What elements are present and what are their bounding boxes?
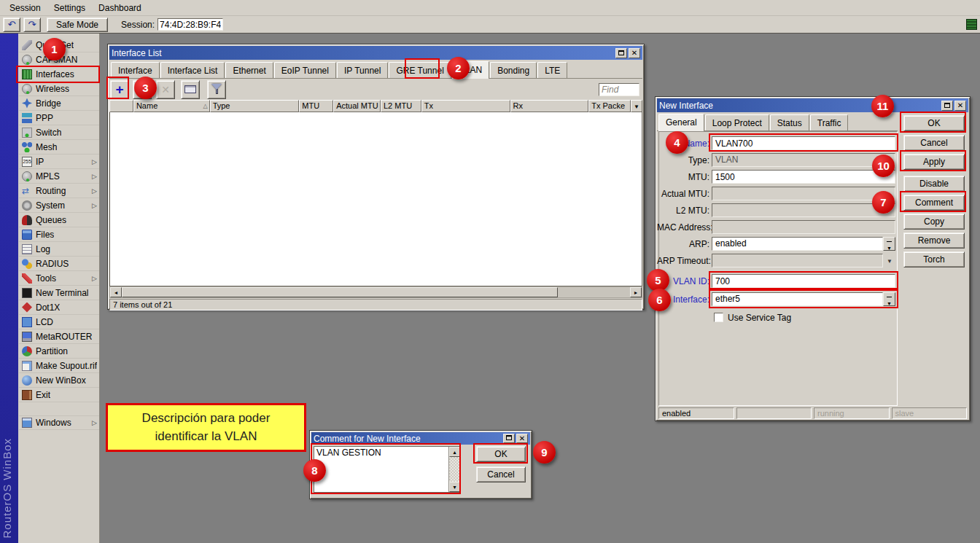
close-button[interactable]: ✕	[516, 434, 528, 443]
column-mtu[interactable]: MTU	[299, 100, 333, 112]
column-selector[interactable]	[109, 100, 133, 112]
comment-button[interactable]: Comment	[903, 195, 965, 211]
menu-settings[interactable]: Settings	[47, 1, 92, 15]
column-actual-mtu[interactable]: Actual MTU	[333, 100, 381, 112]
name-input[interactable]	[712, 136, 895, 150]
tab-lte[interactable]: LTE	[537, 62, 567, 78]
mtu-input[interactable]	[712, 170, 895, 184]
safe-mode-button[interactable]: Safe Mode	[47, 17, 108, 32]
tab-gre-tunnel[interactable]: GRE Tunnel	[389, 62, 451, 78]
use-service-tag-checkbox[interactable]	[714, 313, 723, 322]
scroll-up-button[interactable]: ▴	[449, 447, 460, 457]
remove-button[interactable]: Remove	[903, 233, 965, 249]
session-field[interactable]	[158, 18, 223, 31]
sidebar-item-log[interactable]: Log	[19, 242, 99, 257]
maximize-button[interactable]	[615, 48, 627, 58]
menu-session[interactable]: Session	[3, 1, 47, 15]
cross-icon: ✕	[161, 84, 170, 95]
vertical-scrollbar[interactable]: ▴ ▾	[448, 447, 460, 492]
find-input[interactable]	[599, 83, 639, 96]
sidebar-item-system[interactable]: System▷	[19, 198, 99, 213]
comment-ok-button[interactable]: OK	[476, 446, 526, 462]
horizontal-scrollbar[interactable]: ◂ ▸	[109, 286, 642, 298]
interface-list-tabstrip: Interface Interface List Ethernet EoIP T…	[109, 60, 642, 79]
sidebar-item-label: Make Supout.rif	[36, 361, 97, 371]
close-button[interactable]: ✕	[629, 48, 640, 58]
column-menu-button[interactable]: ▼	[631, 100, 642, 112]
tab-interface-list[interactable]: Interface List	[160, 62, 225, 78]
tab-ethernet[interactable]: Ethernet	[225, 62, 273, 78]
maximize-icon	[618, 50, 624, 55]
interface-list-titlebar[interactable]: Interface List ✕	[109, 46, 642, 60]
tab-bonding[interactable]: Bonding	[490, 62, 537, 78]
sidebar-item-metarouter[interactable]: MetaROUTER	[19, 329, 99, 344]
sidebar-item-mesh[interactable]: Mesh	[19, 140, 99, 155]
arp-dropdown-button[interactable]: ▼	[883, 237, 895, 251]
column-name[interactable]: Name△	[133, 100, 210, 112]
disable-button[interactable]: Disable	[903, 176, 965, 192]
sidebar-item-windows[interactable]: Windows▷	[19, 415, 99, 430]
tab-loop-protect[interactable]: Loop Protect	[705, 114, 769, 130]
column-type[interactable]: Type	[210, 100, 300, 112]
tab-traffic[interactable]: Traffic	[810, 114, 849, 130]
maximize-button[interactable]	[503, 434, 515, 443]
sidebar-item-queues[interactable]: Queues	[19, 213, 99, 227]
tab-ip-tunnel[interactable]: IP Tunnel	[337, 62, 388, 78]
sidebar-item-switch[interactable]: Switch	[19, 125, 99, 140]
sidebar-item-new-winbox[interactable]: New WinBox	[19, 373, 99, 388]
sidebar-item-make-supout[interactable]: Make Supout.rif	[19, 359, 99, 373]
interface-dropdown-button[interactable]: ▼	[883, 292, 895, 306]
sidebar-item-routing[interactable]: Routing▷	[19, 184, 99, 198]
disable-button[interactable]: ✕	[156, 80, 175, 99]
sidebar-item-dot1x[interactable]: Dot1X	[19, 300, 99, 315]
new-interface-titlebar[interactable]: New Interface ✕	[657, 98, 968, 112]
apply-button[interactable]: Apply	[903, 154, 965, 170]
sidebar-item-wireless[interactable]: Wireless	[19, 82, 99, 96]
scrollbar-track[interactable]	[558, 287, 630, 297]
sidebar-item-bridge[interactable]: Bridge	[19, 96, 99, 111]
table-body[interactable]	[109, 112, 642, 286]
sidebar-item-partition[interactable]: Partition	[19, 344, 99, 359]
torch-button[interactable]: Torch	[903, 251, 965, 267]
column-tx[interactable]: Tx	[421, 100, 510, 112]
copy-button[interactable]: Copy	[903, 214, 965, 230]
comment-cancel-button[interactable]: Cancel	[476, 466, 526, 483]
sidebar-item-files[interactable]: Files	[19, 227, 99, 242]
sidebar-item-tools[interactable]: Tools▷	[19, 271, 99, 286]
column-rx[interactable]: Rx	[510, 100, 589, 112]
add-button[interactable]: +	[110, 80, 129, 99]
scroll-left-button[interactable]: ◂	[110, 287, 122, 297]
scroll-down-button[interactable]: ▾	[449, 482, 460, 492]
vlan-id-input[interactable]	[712, 274, 895, 288]
arp-select[interactable]: enabled	[712, 237, 883, 251]
column-l2-mtu[interactable]: L2 MTU	[381, 100, 421, 112]
menu-dashboard[interactable]: Dashboard	[92, 1, 148, 15]
filter-button[interactable]	[207, 80, 226, 99]
interface-select[interactable]: ether5	[712, 292, 883, 306]
close-button[interactable]: ✕	[954, 101, 966, 111]
sidebar-item-mpls[interactable]: MPLS▷	[19, 169, 99, 184]
scroll-right-button[interactable]: ▸	[630, 287, 642, 297]
tab-interface[interactable]: Interface	[111, 62, 160, 78]
sidebar-item-label: Switch	[36, 128, 61, 138]
sidebar-item-exit[interactable]: Exit	[19, 388, 99, 402]
sidebar-item-new-terminal[interactable]: New Terminal	[19, 286, 99, 300]
tab-eoip-tunnel[interactable]: EoIP Tunnel	[274, 62, 336, 78]
redo-button[interactable]: ↷	[23, 17, 41, 32]
ok-button[interactable]: OK	[903, 115, 965, 131]
sidebar-item-interfaces[interactable]: Interfaces	[19, 67, 99, 82]
sidebar-item-ip[interactable]: IP▷	[19, 155, 99, 169]
undo-button[interactable]: ↶	[3, 17, 20, 32]
sidebar-item-ppp[interactable]: PPP	[19, 111, 99, 125]
sidebar-item-radius[interactable]: RADIUS	[19, 257, 99, 271]
column-tx-packet[interactable]: Tx Packe	[588, 100, 631, 112]
cancel-button[interactable]: Cancel	[903, 135, 965, 151]
sidebar-item-lcd[interactable]: LCD	[19, 315, 99, 329]
scrollbar-thumb[interactable]	[122, 287, 558, 297]
tab-general[interactable]: General	[658, 114, 704, 131]
comment-dialog-titlebar[interactable]: Comment for New Interface ✕	[311, 432, 530, 445]
comment-textarea[interactable]: VLAN GESTION	[314, 447, 448, 492]
comment-tool-button[interactable]	[181, 80, 200, 99]
tab-status[interactable]: Status	[770, 114, 809, 130]
maximize-button[interactable]	[941, 101, 953, 111]
